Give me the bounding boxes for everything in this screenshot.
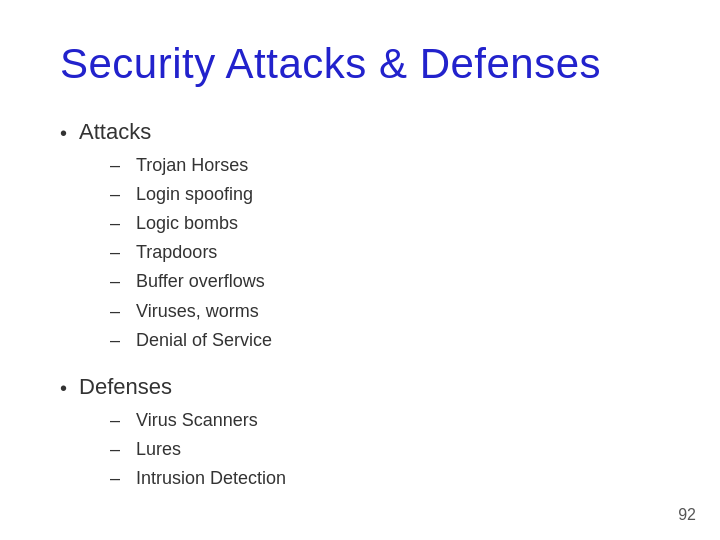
defenses-label: Defenses xyxy=(79,373,172,402)
list-item: – Denial of Service xyxy=(110,328,660,353)
list-item: – Trojan Horses xyxy=(110,153,660,178)
defense-item-2: Intrusion Detection xyxy=(136,466,286,491)
dash-icon: – xyxy=(110,408,124,433)
dash-icon: – xyxy=(110,328,124,353)
dash-icon: – xyxy=(110,437,124,462)
attacks-section: • Attacks – Trojan Horses – Login spoofi… xyxy=(60,118,660,353)
defenses-bullet: • Defenses xyxy=(60,373,660,402)
list-item: – Intrusion Detection xyxy=(110,466,660,491)
list-item: – Trapdoors xyxy=(110,240,660,265)
attack-item-5: Viruses, worms xyxy=(136,299,259,324)
attacks-label: Attacks xyxy=(79,118,151,147)
dash-icon: – xyxy=(110,240,124,265)
attacks-sub-list: – Trojan Horses – Login spoofing – Logic… xyxy=(110,153,660,353)
dash-icon: – xyxy=(110,299,124,324)
dash-icon: – xyxy=(110,153,124,178)
defenses-sub-list: – Virus Scanners – Lures – Intrusion Det… xyxy=(110,408,660,492)
dash-icon: – xyxy=(110,466,124,491)
dash-icon: – xyxy=(110,182,124,207)
dash-icon: – xyxy=(110,211,124,236)
list-item: – Lures xyxy=(110,437,660,462)
attacks-bullet: • Attacks xyxy=(60,118,660,147)
attack-item-1: Login spoofing xyxy=(136,182,253,207)
attack-item-6: Denial of Service xyxy=(136,328,272,353)
slide: Security Attacks & Defenses • Attacks – … xyxy=(0,0,720,540)
list-item: – Virus Scanners xyxy=(110,408,660,433)
bullet-dot-attacks: • xyxy=(60,120,67,146)
slide-title: Security Attacks & Defenses xyxy=(60,40,660,88)
list-item: – Viruses, worms xyxy=(110,299,660,324)
defense-item-1: Lures xyxy=(136,437,181,462)
attack-item-3: Trapdoors xyxy=(136,240,217,265)
page-number: 92 xyxy=(678,506,696,524)
dash-icon: – xyxy=(110,269,124,294)
attack-item-0: Trojan Horses xyxy=(136,153,248,178)
attack-item-4: Buffer overflows xyxy=(136,269,265,294)
attack-item-2: Logic bombs xyxy=(136,211,238,236)
list-item: – Logic bombs xyxy=(110,211,660,236)
list-item: – Buffer overflows xyxy=(110,269,660,294)
defenses-section: • Defenses – Virus Scanners – Lures – In… xyxy=(60,373,660,491)
bullet-dot-defenses: • xyxy=(60,375,67,401)
defense-item-0: Virus Scanners xyxy=(136,408,258,433)
list-item: – Login spoofing xyxy=(110,182,660,207)
